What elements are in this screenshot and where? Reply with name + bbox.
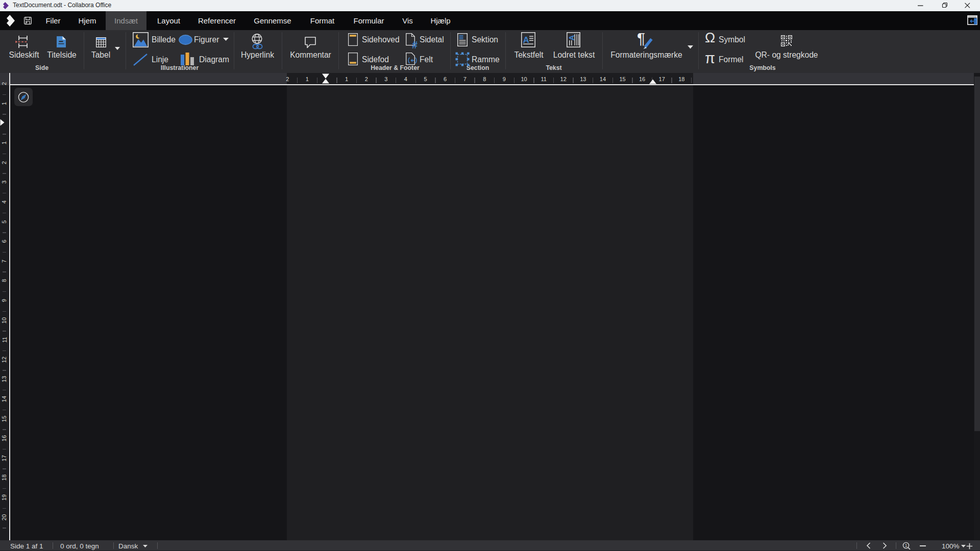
svg-text:A: A <box>567 35 576 41</box>
svg-text:¶: ¶ <box>637 31 645 46</box>
svg-text:1: 1 <box>905 543 908 548</box>
svg-text:A: A <box>523 35 529 45</box>
svg-text:#: # <box>412 39 418 49</box>
